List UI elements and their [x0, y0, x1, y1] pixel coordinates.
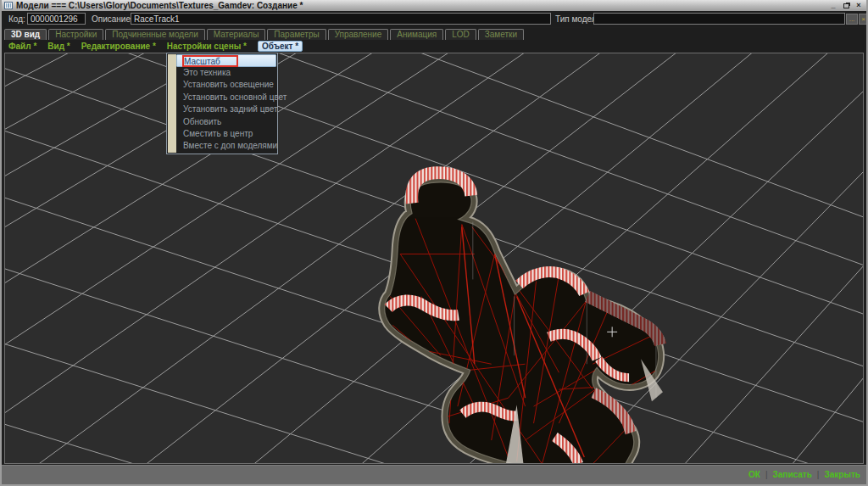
tab-sub-models[interactable]: Подчиненные модели [105, 29, 205, 40]
code-label: Код: [8, 14, 25, 24]
app-icon [4, 2, 13, 9]
header-fieldbar: Код: Описание: Тип модели: ... × [2, 11, 866, 27]
scene-canvas [5, 53, 863, 463]
save-button[interactable]: Записать [773, 470, 812, 479]
ok-button[interactable]: ОК [748, 470, 760, 479]
tab-materials[interactable]: Материалы [207, 29, 266, 40]
clear-type-button[interactable]: × [859, 14, 868, 25]
status-separator: | [765, 470, 768, 479]
restore-icon [843, 3, 849, 8]
menu-object[interactable]: Объект * [258, 41, 303, 52]
menu-scene-settings[interactable]: Настройки сцены * [167, 42, 247, 51]
menu-edit[interactable]: Редактирование * [81, 42, 156, 51]
menu-item-set-main-color[interactable]: Установить основной цвет [168, 92, 276, 103]
object-context-menu: Масштаб Это техника Установить освещение… [166, 53, 278, 154]
status-separator: | [817, 470, 820, 479]
tab-3d-view[interactable]: 3D вид [4, 29, 47, 40]
model-type-field[interactable] [593, 13, 845, 25]
viewport-menubar: Файл * Вид * Редактирование * Настройки … [2, 40, 866, 53]
menu-item-refresh[interactable]: Обновить [168, 116, 276, 128]
viewport-3d[interactable] [4, 53, 864, 464]
description-field[interactable] [131, 13, 551, 25]
tab-lod[interactable]: LOD [445, 29, 476, 40]
tab-control[interactable]: Управление [328, 29, 389, 40]
titlebar: Модели === C:\Users\Glory\Documents\Text… [2, 0, 866, 11]
menu-item-scale-label: Масштаб [184, 57, 220, 66]
menu-item-set-lighting[interactable]: Установить освещение [168, 79, 276, 91]
tabbar: 3D вид Настройки Подчиненные модели Мате… [2, 28, 866, 40]
restore-button[interactable] [841, 2, 851, 10]
menu-item-with-sub-models[interactable]: Вместе с доп моделями [168, 140, 276, 152]
menu-view[interactable]: Вид * [47, 42, 70, 51]
statusbar: ОК | Записать | Закрыть [2, 465, 866, 484]
menu-file[interactable]: Файл * [8, 42, 36, 51]
menu-item-scale[interactable]: Масштаб [176, 54, 276, 67]
menu-item-is-vehicle[interactable]: Это техника [168, 67, 276, 79]
browse-button[interactable]: ... [846, 14, 858, 25]
tab-parameters[interactable]: Параметры [267, 29, 326, 40]
code-field[interactable] [27, 13, 86, 25]
close-button[interactable]: × [854, 2, 864, 10]
minimize-button[interactable]: _ [828, 2, 838, 10]
window-title: Модели === C:\Users\Glory\Documents\Text… [16, 1, 828, 10]
menu-item-set-back-color[interactable]: Установить задний цвет [168, 103, 276, 115]
tab-settings[interactable]: Настройки [48, 29, 103, 40]
close-form-button[interactable]: Закрыть [824, 470, 860, 479]
tab-notes[interactable]: Заметки [478, 29, 524, 40]
app-window: Модели === C:\Users\Glory\Documents\Text… [0, 0, 868, 486]
menu-item-center[interactable]: Сместить в центр [168, 128, 276, 140]
description-label: Описание: [92, 14, 133, 24]
tab-animation[interactable]: Анимация [390, 29, 443, 40]
